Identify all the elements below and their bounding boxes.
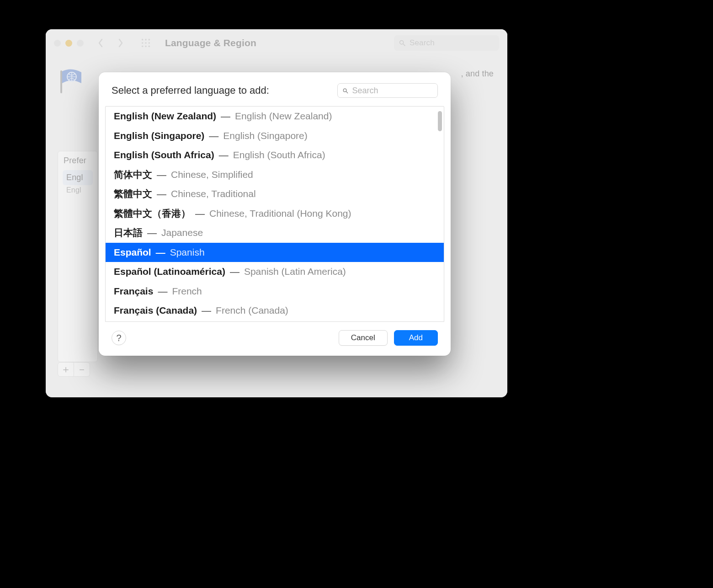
language-native-name: Español: [114, 245, 151, 260]
svg-point-9: [400, 41, 404, 44]
titlebar: Language & Region Search: [46, 29, 507, 57]
search-icon: [342, 87, 348, 94]
separator: —: [147, 225, 157, 241]
preferred-languages-heading: Prefer: [58, 151, 97, 167]
language-native-name: English (New Zealand): [114, 109, 216, 124]
toolbar-search-placeholder: Search: [410, 38, 435, 48]
svg-line-14: [346, 91, 347, 93]
language-english-name: Chinese, Traditional: [171, 187, 256, 202]
svg-point-0: [142, 39, 144, 41]
language-english-name: Chinese, Simplified: [171, 167, 253, 182]
language-native-name: 繁體中文: [114, 187, 152, 202]
separator: —: [230, 264, 239, 279]
separator: —: [158, 284, 167, 299]
language-english-name: French (Canada): [216, 303, 288, 318]
add-button[interactable]: Add: [394, 330, 438, 346]
window-controls: [54, 40, 84, 47]
language-list: English (New Zealand)—English (New Zeala…: [105, 106, 444, 322]
separator: —: [157, 187, 166, 202]
cancel-button[interactable]: Cancel: [339, 330, 388, 346]
language-english-name: English (New Zealand): [235, 109, 332, 124]
language-english-name: English (South Africa): [233, 148, 325, 163]
language-option[interactable]: Français (Canada)—French (Canada): [106, 301, 444, 321]
language-native-name: 简体中文: [114, 167, 152, 182]
window-title: Language & Region: [165, 37, 256, 48]
svg-point-3: [142, 42, 144, 44]
minimize-window-button[interactable]: [65, 40, 72, 47]
language-option[interactable]: English (South Africa)—English (South Af…: [106, 145, 444, 165]
language-option[interactable]: 日本語—Japanese: [106, 223, 444, 243]
svg-line-10: [403, 44, 405, 46]
language-option[interactable]: English (Singapore)—English (Singapore): [106, 126, 444, 146]
svg-point-8: [149, 46, 150, 48]
language-native-name: 日本語: [114, 225, 143, 241]
language-native-name: English (South Africa): [114, 148, 214, 163]
add-language-button[interactable]: ＋: [58, 362, 74, 377]
svg-point-2: [149, 39, 150, 41]
sheet-title: Select a preferred language to add:: [112, 85, 269, 96]
search-icon: [399, 39, 406, 47]
remove-language-button[interactable]: －: [74, 362, 90, 377]
language-native-name: Español (Latinoamérica): [114, 264, 225, 279]
sheet-help-button[interactable]: ?: [112, 331, 126, 345]
svg-point-5: [149, 42, 150, 44]
separator: —: [221, 109, 230, 124]
back-button[interactable]: [93, 36, 108, 50]
svg-point-1: [145, 39, 147, 41]
language-english-name: Spanish (Latin America): [244, 264, 346, 279]
separator: —: [156, 245, 165, 260]
toolbar-search[interactable]: Search: [394, 35, 499, 51]
svg-point-4: [145, 42, 147, 44]
svg-point-7: [145, 46, 147, 48]
language-option[interactable]: Español (Latinoamérica)—Spanish (Latin A…: [106, 262, 444, 282]
preferred-languages-card: Prefer Engl Engl: [58, 151, 98, 362]
language-option[interactable]: English (New Zealand)—English (New Zeala…: [106, 107, 444, 126]
separator: —: [157, 167, 166, 182]
language-english-name: French: [172, 284, 202, 299]
add-language-sheet: Select a preferred language to add: Engl…: [99, 72, 451, 356]
language-english-name: Chinese, Traditional (Hong Kong): [209, 206, 351, 221]
language-option[interactable]: Español—Spanish: [106, 243, 444, 262]
language-option[interactable]: Deutsch—German: [106, 321, 444, 321]
forward-button[interactable]: [113, 36, 128, 50]
language-option[interactable]: 繁體中文（香港）—Chinese, Traditional (Hong Kong…: [106, 204, 444, 224]
zoom-window-button[interactable]: [77, 40, 84, 47]
add-remove-language-group: ＋ －: [58, 362, 90, 377]
preferred-language-sub: Engl: [63, 186, 93, 197]
language-english-name: English (Singapore): [223, 128, 307, 144]
language-native-name: 繁體中文（香港）: [114, 206, 191, 221]
separator: —: [219, 148, 229, 163]
sheet-search-field[interactable]: [337, 83, 438, 98]
separator: —: [202, 303, 211, 318]
language-english-name: Spanish: [170, 245, 205, 260]
separator: —: [209, 128, 218, 144]
svg-point-13: [343, 89, 346, 92]
close-window-button[interactable]: [54, 40, 61, 47]
language-native-name: English (Singapore): [114, 128, 204, 144]
language-option[interactable]: 简体中文—Chinese, Simplified: [106, 165, 444, 185]
svg-point-6: [142, 46, 144, 48]
language-option[interactable]: Français—French: [106, 282, 444, 301]
language-native-name: Français (Canada): [114, 303, 197, 318]
language-option[interactable]: 繁體中文—Chinese, Traditional: [106, 184, 444, 204]
show-all-icon[interactable]: [139, 37, 152, 49]
preferred-language-item[interactable]: Engl: [63, 170, 93, 185]
language-native-name: Français: [114, 284, 153, 299]
scrollbar-thumb[interactable]: [438, 111, 442, 131]
separator: —: [195, 206, 205, 221]
language-english-name: Japanese: [161, 225, 203, 241]
sheet-search-input[interactable]: [352, 86, 433, 96]
